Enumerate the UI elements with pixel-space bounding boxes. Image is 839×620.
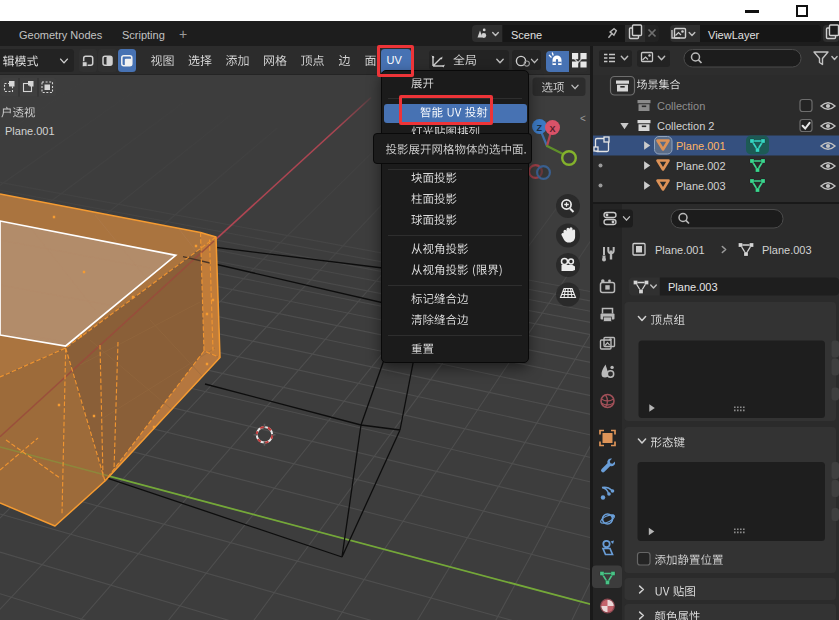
- svg-text:X: X: [549, 124, 555, 134]
- svg-text:<: <: [580, 113, 586, 124]
- svg-text:Z: Z: [537, 123, 543, 133]
